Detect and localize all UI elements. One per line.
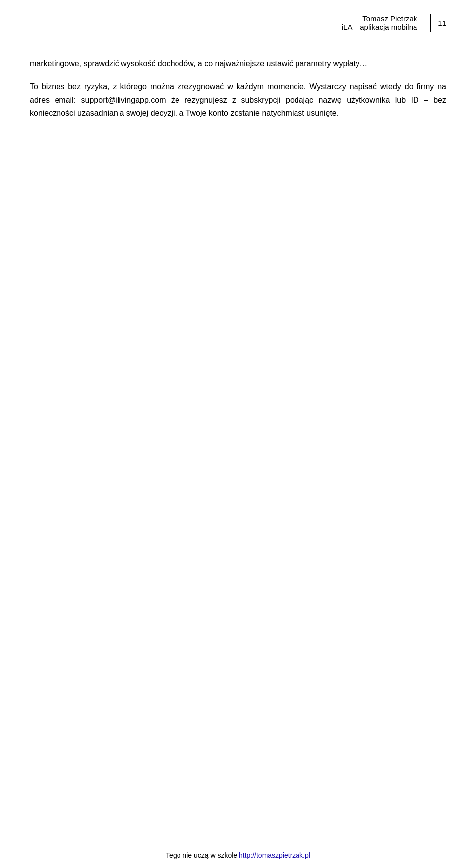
header-page-number: 11 bbox=[438, 19, 446, 27]
page-container: Tomasz Pietrzak iLA – aplikacja mobilna … bbox=[0, 0, 476, 868]
page-header: Tomasz Pietrzak iLA – aplikacja mobilna … bbox=[30, 0, 446, 38]
header-inner: Tomasz Pietrzak iLA – aplikacja mobilna … bbox=[30, 14, 446, 32]
footer-link[interactable]: http://tomaszpietrzak.pl bbox=[239, 851, 310, 859]
header-subtitle: iLA – aplikacja mobilna bbox=[342, 23, 417, 31]
header-divider bbox=[430, 14, 431, 32]
footer-text: Tego nie uczą w szkole! bbox=[166, 851, 239, 859]
page-footer: Tego nie uczą w szkole! http://tomaszpie… bbox=[0, 844, 476, 868]
paragraph-1: marketingowe, sprawdzić wysokość dochodó… bbox=[30, 58, 446, 70]
header-text-block: Tomasz Pietrzak iLA – aplikacja mobilna bbox=[342, 14, 417, 31]
main-content: marketingowe, sprawdzić wysokość dochodó… bbox=[30, 38, 446, 868]
paragraph-2: To biznes bez ryzyka, z którego można zr… bbox=[30, 80, 446, 119]
header-author: Tomasz Pietrzak bbox=[362, 14, 417, 23]
